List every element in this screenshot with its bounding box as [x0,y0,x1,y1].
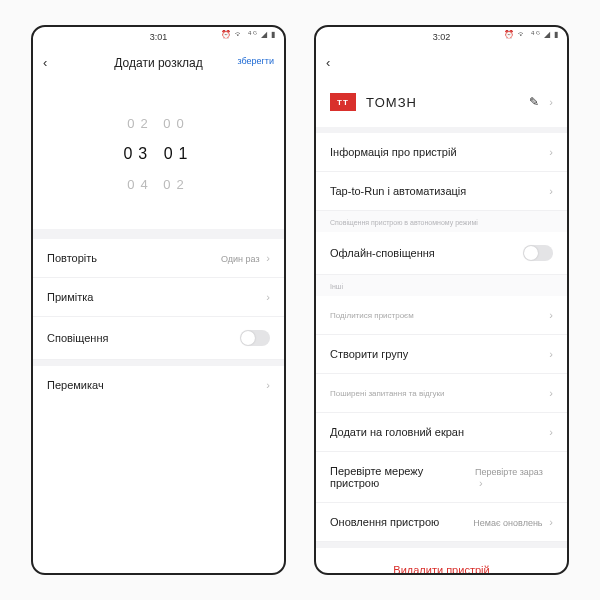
row-tap-to-run[interactable]: Tap-to-Run і автоматизація › [316,172,567,211]
device-header: TT TOMЗН ✎ › [316,79,567,127]
picker-row-selected: 03 01 [123,145,193,163]
chevron-right-icon: › [549,96,553,108]
picker-row-below: 04 02 [127,177,190,192]
chevron-right-icon: › [266,379,270,391]
row-label: Примітка [47,291,93,303]
save-button[interactable]: зберегти [237,56,274,66]
row-label: Офлайн-сповіщення [330,247,435,259]
row-label: Створити групу [330,348,408,360]
device-logo-icon: TT [330,93,356,111]
row-label: Інформація про пристрій [330,146,457,158]
chevron-right-icon: › [549,387,553,399]
status-icons: ⏰ ᯤ ⁴ᴳ ◢ ▮ [504,30,559,39]
chevron-right-icon: › [549,146,553,158]
chevron-right-icon: › [266,252,270,264]
row-create-group[interactable]: Створити групу › [316,335,567,374]
chevron-right-icon: › [549,185,553,197]
row-label: Оновлення пристрою [330,516,439,528]
row-label: Перемикач [47,379,104,391]
row-label: Поділитися пристроєм [330,311,414,320]
picker-row-above: 02 00 [127,116,190,131]
back-button[interactable]: ‹ [43,55,47,70]
delete-device-button[interactable]: Видалити пристрій [316,548,567,573]
section-header: Інші [316,275,567,296]
content: TT TOMЗН ✎ › Інформація про пристрій › T… [316,79,567,573]
row-label: Додати на головний екран [330,426,464,438]
row-offline-notify[interactable]: Офлайн-сповіщення [316,232,567,275]
row-repeat[interactable]: Повторіть Один раз › [33,239,284,278]
header: ‹ Додати розклад зберегти [33,47,284,79]
chevron-right-icon: › [549,426,553,438]
status-bar: 3:02 ⏰ ᯤ ⁴ᴳ ◢ ▮ [316,27,567,47]
section-header: Сповіщення пристрою в автономному режимі [316,211,567,232]
row-note[interactable]: Примітка › [33,278,284,317]
row-device-info[interactable]: Інформація про пристрій › [316,133,567,172]
edit-button[interactable]: ✎ › [529,95,553,109]
toggle-switch[interactable] [240,330,270,346]
toggle-switch[interactable] [523,245,553,261]
row-label: Tap-to-Run і автоматизація [330,185,466,197]
row-switch[interactable]: Перемикач › [33,366,284,404]
time-picker[interactable]: 02 00 03 01 04 02 [33,79,284,229]
page-title: Додати розклад [114,56,202,70]
status-bar: 3:01 ⏰ ᯤ ⁴ᴳ ◢ ▮ [33,27,284,47]
row-add-homescreen[interactable]: Додати на головний екран › [316,413,567,452]
row-notification[interactable]: Сповіщення [33,317,284,360]
chevron-right-icon: › [549,516,553,528]
chevron-right-icon: › [479,477,483,489]
chevron-right-icon: › [549,348,553,360]
row-label: Поширені запитання та відгуки [330,389,445,398]
row-value: Перевірте зараз [475,467,543,477]
row-share[interactable]: Поділитися пристроєм › [316,296,567,335]
phone-right: 3:02 ⏰ ᯤ ⁴ᴳ ◢ ▮ ‹ TT TOMЗН ✎ › Інформаці… [314,25,569,575]
status-icons: ⏰ ᯤ ⁴ᴳ ◢ ▮ [221,30,276,39]
status-time: 3:02 [433,32,451,42]
phone-left: 3:01 ⏰ ᯤ ⁴ᴳ ◢ ▮ ‹ Додати розклад зберегт… [31,25,286,575]
divider [33,229,284,239]
chevron-right-icon: › [549,309,553,321]
pencil-icon: ✎ [529,95,539,109]
status-time: 3:01 [150,32,168,42]
row-label: Перевірте мережу пристрою [330,465,475,489]
row-check-network[interactable]: Перевірте мережу пристрою Перевірте зара… [316,452,567,503]
back-button[interactable]: ‹ [326,55,330,70]
row-update[interactable]: Оновлення пристрою Немає оновлень › [316,503,567,542]
row-value: Немає оновлень [473,518,542,528]
row-label: Повторіть [47,252,97,264]
row-value: Один раз [221,254,260,264]
row-faq[interactable]: Поширені запитання та відгуки › [316,374,567,413]
row-label: Сповіщення [47,332,108,344]
device-name: TOMЗН [366,95,417,110]
header: ‹ [316,47,567,79]
chevron-right-icon: › [266,291,270,303]
